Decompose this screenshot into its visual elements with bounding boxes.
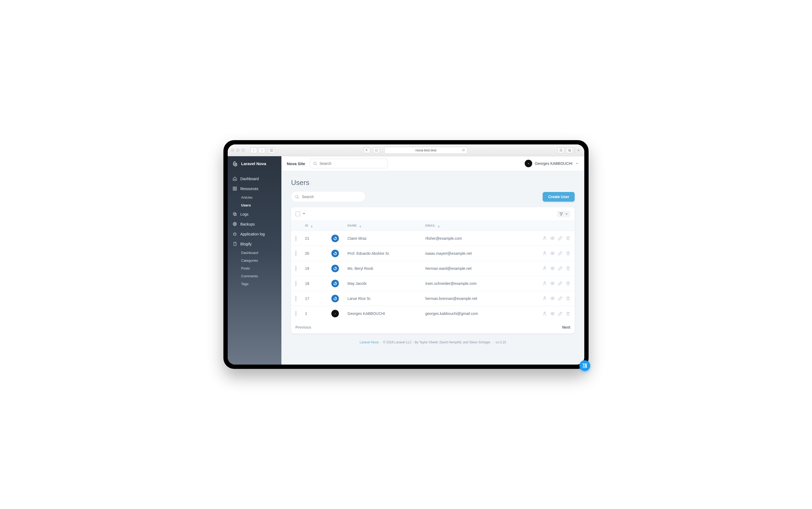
cell-id: 19 xyxy=(305,266,331,271)
sidebar-subitem-posts[interactable]: Posts xyxy=(228,265,281,272)
pagination-prev[interactable]: Previous xyxy=(295,325,311,329)
svg-rect-11 xyxy=(233,213,236,215)
view-icon[interactable] xyxy=(550,236,555,241)
delete-icon[interactable] xyxy=(566,311,570,316)
view-icon[interactable] xyxy=(550,296,555,301)
view-icon[interactable] xyxy=(550,251,555,256)
column-name[interactable]: NAME ▲▼ xyxy=(347,224,425,228)
sidebar-subitem-articles[interactable]: Articles xyxy=(228,194,281,201)
edit-icon[interactable] xyxy=(558,251,563,256)
traffic-minimize[interactable] xyxy=(236,149,239,152)
new-tab-button[interactable]: + xyxy=(575,147,581,153)
row-checkbox[interactable] xyxy=(295,266,297,271)
select-all-checkbox[interactable] xyxy=(295,211,300,216)
delete-icon[interactable] xyxy=(566,296,570,301)
search-icon xyxy=(313,161,317,166)
sidebar-subitem-tags[interactable]: Tags xyxy=(228,280,281,288)
sidebar-subitem-dashboard[interactable]: Dashboard xyxy=(228,249,281,257)
sidebar-item-label: Blogify xyxy=(240,242,251,246)
window-controls xyxy=(231,149,245,152)
view-icon[interactable] xyxy=(550,281,555,286)
forward-button[interactable]: › xyxy=(258,147,265,153)
svg-rect-9 xyxy=(235,189,237,190)
row-checkbox[interactable] xyxy=(295,281,297,286)
sidebar-item-backups[interactable]: Backups xyxy=(228,219,281,229)
sidebar-item-resources[interactable]: Resources xyxy=(228,183,281,194)
footer-copyright: © 2018 Laravel LLC - By Taylor Otwell, D… xyxy=(383,340,491,344)
row-checkbox[interactable] xyxy=(295,236,297,241)
create-user-button[interactable]: Create User xyxy=(543,192,575,202)
resource-search-input[interactable] xyxy=(302,195,362,199)
cell-email: rfisher@example.com xyxy=(425,236,530,241)
footer-link[interactable]: Laravel Nova xyxy=(360,340,379,344)
delete-icon[interactable] xyxy=(566,251,570,256)
column-email[interactable]: EMAIL ▲▼ xyxy=(425,224,530,228)
sidebar-item-application-log[interactable]: Application log xyxy=(228,229,281,239)
traffic-close[interactable] xyxy=(231,149,234,152)
delete-icon[interactable] xyxy=(566,281,570,286)
view-icon[interactable] xyxy=(550,266,555,271)
resource-search[interactable] xyxy=(291,192,365,202)
reload-icon[interactable]: ⟳ xyxy=(462,148,465,152)
impersonate-icon[interactable] xyxy=(542,251,547,256)
edit-icon[interactable] xyxy=(558,281,563,286)
sidebar-subitem-comments[interactable]: Comments xyxy=(228,272,281,280)
sidebar-subitem-users[interactable]: Users xyxy=(228,201,281,209)
sort-icon: ▲▼ xyxy=(310,225,313,228)
sidebar-subitem-categories[interactable]: Categories xyxy=(228,257,281,265)
sidebar-item-blogify[interactable]: Blogify xyxy=(228,239,281,249)
brand[interactable]: Laravel Nova xyxy=(228,156,281,171)
svg-rect-5 xyxy=(569,150,571,151)
users-table-card: ID ▲▼ NAME ▲▼ EMAIL ▲▼ xyxy=(291,207,575,333)
table-row: 18 May Jacobi irwin.schneider@example.co… xyxy=(291,276,575,291)
svg-point-13 xyxy=(234,233,236,235)
share-icon[interactable] xyxy=(557,147,565,153)
avatar: ● xyxy=(331,310,339,317)
filter-button[interactable] xyxy=(557,211,570,217)
edit-icon[interactable] xyxy=(558,266,563,271)
select-all-dropdown[interactable] xyxy=(302,212,306,216)
sidebar-item-label: Dashboard xyxy=(240,177,259,181)
address-bar[interactable]: nova-test.test ⟳ xyxy=(384,147,468,154)
impersonate-icon[interactable] xyxy=(542,281,547,286)
impersonate-icon[interactable] xyxy=(542,311,547,316)
svg-rect-10 xyxy=(234,213,237,216)
user-menu[interactable]: ● Georges KABBOUCHI xyxy=(525,160,579,167)
sidebar-toggle-icon[interactable] xyxy=(268,147,275,153)
delete-icon[interactable] xyxy=(566,236,570,241)
row-actions xyxy=(530,266,570,271)
svg-rect-4 xyxy=(569,149,570,151)
sidebar-item-logs[interactable]: Logs xyxy=(228,209,281,219)
column-label: EMAIL xyxy=(425,224,435,227)
global-search[interactable] xyxy=(310,159,388,168)
view-icon[interactable] xyxy=(550,311,555,316)
impersonate-icon[interactable] xyxy=(542,236,547,241)
back-button[interactable]: ‹ xyxy=(250,147,257,153)
impersonate-icon[interactable] xyxy=(542,266,547,271)
chevron-down-icon xyxy=(565,212,568,215)
shield-icon[interactable] xyxy=(373,147,380,153)
svg-point-18 xyxy=(552,238,553,239)
row-checkbox[interactable] xyxy=(295,311,297,316)
browser-toolbar: ‹ › nova-test.test ⟳ xyxy=(228,144,584,156)
edit-icon[interactable] xyxy=(558,236,563,241)
sidebar-item-dashboard[interactable]: Dashboard xyxy=(228,174,281,183)
row-checkbox[interactable] xyxy=(295,251,297,256)
avatar xyxy=(331,280,339,287)
row-checkbox[interactable] xyxy=(295,296,297,301)
traffic-zoom[interactable] xyxy=(242,149,245,152)
corner-badge[interactable]: 頂 xyxy=(579,360,590,371)
tabs-icon[interactable] xyxy=(566,147,573,153)
footer-version: v1.0.15 xyxy=(496,340,506,344)
impersonate-icon[interactable] xyxy=(542,296,547,301)
edit-icon[interactable] xyxy=(558,311,563,316)
pagination-next[interactable]: Next xyxy=(562,325,570,329)
delete-icon[interactable] xyxy=(566,266,570,271)
cell-email: herman.brennan@example.net xyxy=(425,296,530,301)
pointer-icon[interactable] xyxy=(363,147,370,153)
edit-icon[interactable] xyxy=(558,296,563,301)
column-id[interactable]: ID ▲▼ xyxy=(305,224,331,228)
column-label: ID xyxy=(305,224,308,227)
global-search-input[interactable] xyxy=(319,161,385,166)
pagination: Previous Next xyxy=(291,321,575,333)
